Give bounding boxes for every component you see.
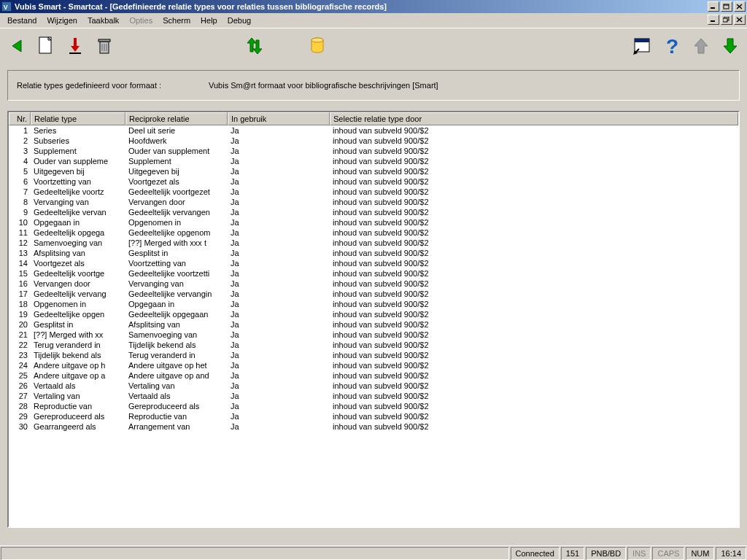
menu-bestand[interactable]: Bestand <box>3 15 41 26</box>
status-connected: Connected <box>511 547 560 560</box>
menu-scherm[interactable]: Scherm <box>158 15 195 26</box>
col-use[interactable]: In gebruik <box>228 112 330 125</box>
svg-point-26 <box>311 38 323 42</box>
table-row[interactable]: 27Vertaling vanVertaald alsJainhoud van … <box>9 391 738 401</box>
table-row[interactable]: 18Opgenomen inOpgegaan inJainhoud van su… <box>9 299 738 309</box>
cell-use: Ja <box>228 411 330 421</box>
cell-nr: 1 <box>9 125 31 136</box>
table-row[interactable]: 16Vervangen doorVervanging vanJainhoud v… <box>9 279 738 289</box>
menu-opties: Opties <box>125 15 157 26</box>
cell-type: Uitgegeven bij <box>31 166 125 176</box>
cell-sel: inhoud van subveld 900/$2 <box>330 176 519 187</box>
down-button[interactable] <box>718 34 743 58</box>
menu-taakbalk[interactable]: Taakbalk <box>83 15 123 26</box>
table-row[interactable]: 4Ouder van supplemeSupplementJainhoud va… <box>9 156 738 166</box>
col-nr[interactable]: Nr. <box>9 112 31 125</box>
child-restore-button[interactable] <box>721 15 732 25</box>
maximize-button[interactable] <box>721 1 732 12</box>
database-button[interactable] <box>305 34 330 58</box>
table-row[interactable]: 15Gedeeltelijk voortgeGedeeltelijke voor… <box>9 268 738 279</box>
cell-use: Ja <box>228 258 330 268</box>
content-area: Relatie types gedefinieerd voor formaat … <box>0 63 747 535</box>
menu-bar: Bestand Wijzigen Taakbalk Opties Scherm … <box>0 13 747 28</box>
list-body[interactable]: 1SeriesDeel uit serieJainhoud van subvel… <box>9 125 738 528</box>
menu-wijzigen[interactable]: Wijzigen <box>42 15 82 26</box>
back-button[interactable] <box>4 34 29 58</box>
col-type[interactable]: Relatie type <box>31 112 125 125</box>
cell-nr: 2 <box>9 136 31 146</box>
table-row[interactable]: 19Gedeeltelijke opgenGedeeltelijk opgega… <box>9 309 738 319</box>
cell-nr: 19 <box>9 309 31 319</box>
cell-recip: Andere uitgave op het <box>125 360 228 370</box>
table-row[interactable]: 7Gedeeltelijke voortzGedeeltelijk voortg… <box>9 187 738 197</box>
table-row[interactable]: 24Andere uitgave op hAndere uitgave op h… <box>9 360 738 370</box>
arrow-left-icon <box>7 36 27 56</box>
cell-nr: 12 <box>9 238 31 248</box>
table-row[interactable]: 14Voortgezet alsVoortzetting vanJainhoud… <box>9 258 738 268</box>
delete-button[interactable] <box>92 34 117 58</box>
cell-nr: 9 <box>9 207 31 217</box>
swap-button[interactable] <box>242 34 267 58</box>
table-row[interactable]: 25Andere uitgave op aAndere uitgave op a… <box>9 370 738 381</box>
child-close-button[interactable] <box>734 15 746 25</box>
cell-type: Afsplitsing van <box>31 248 125 258</box>
table-row[interactable]: 8Vervanging vanVervangen doorJainhoud va… <box>9 197 738 207</box>
cell-recip: Opgegaan in <box>125 299 228 309</box>
child-minimize-button[interactable] <box>708 15 719 25</box>
table-row[interactable]: 1SeriesDeel uit serieJainhoud van subvel… <box>9 125 738 136</box>
insert-button[interactable] <box>63 34 88 58</box>
svg-text:?: ? <box>666 36 678 56</box>
cell-recip: Terug veranderd in <box>125 350 228 360</box>
cell-nr: 29 <box>9 411 31 421</box>
cell-recip: Reproductie van <box>125 411 228 421</box>
table-row[interactable]: 29Gereproduceerd alsReproductie vanJainh… <box>9 411 738 421</box>
window-button[interactable] <box>630 34 655 58</box>
cell-use: Ja <box>228 289 330 299</box>
col-sel[interactable]: Selectie relatie type door <box>330 112 738 125</box>
cell-sel: inhoud van subveld 900/$2 <box>330 136 519 146</box>
table-row[interactable]: 20Gesplitst inAfsplitsing vanJainhoud va… <box>9 319 738 330</box>
relation-list[interactable]: Nr. Relatie type Reciproke relatie In ge… <box>7 111 740 528</box>
cell-sel: inhoud van subveld 900/$2 <box>330 228 519 238</box>
table-row[interactable]: 10Opgegaan inOpgenomen inJainhoud van su… <box>9 217 738 228</box>
arrow-down-red-icon <box>66 36 84 56</box>
close-button[interactable] <box>734 1 746 12</box>
app-icon: V <box>1 1 12 12</box>
table-row[interactable]: 11Gedeeltelijk opgegaGedeeltelijke opgen… <box>9 228 738 238</box>
table-row[interactable]: 21[??] Merged with xxSamenvoeging vanJai… <box>9 330 738 340</box>
new-button[interactable] <box>34 34 58 58</box>
page-icon <box>37 36 55 56</box>
table-row[interactable]: 17Gedeeltelijk vervangGedeeltelijke verv… <box>9 289 738 299</box>
database-icon <box>309 36 325 56</box>
table-row[interactable]: 22Terug veranderd inTijdelijk bekend als… <box>9 340 738 350</box>
cell-recip: Deel uit serie <box>125 125 228 136</box>
status-time: 16:14 <box>716 547 746 560</box>
minimize-button[interactable] <box>708 1 719 12</box>
cell-nr: 8 <box>9 197 31 207</box>
svg-marker-16 <box>71 46 80 52</box>
table-row[interactable]: 2SubseriesHoofdwerkJainhoud van subveld … <box>9 136 738 146</box>
table-row[interactable]: 13Afsplitsing vanGesplitst inJainhoud va… <box>9 248 738 258</box>
table-row[interactable]: 23Tijdelijk bekend alsTerug veranderd in… <box>9 350 738 360</box>
up-button[interactable] <box>689 34 713 58</box>
status-bar: Connected 151 PNB/BD INS CAPS NUM 16:14 <box>0 545 747 560</box>
help-button[interactable]: ? <box>659 34 684 58</box>
table-row[interactable]: 26Vertaald alsVertaling vanJainhoud van … <box>9 381 738 391</box>
table-row[interactable]: 12Samenvoeging van[??] Merged with xxx t… <box>9 238 738 248</box>
menu-help[interactable]: Help <box>196 15 222 26</box>
col-recip[interactable]: Reciproke relatie <box>125 112 228 125</box>
table-row[interactable]: 30Gearrangeerd alsArrangement vanJainhou… <box>9 421 738 432</box>
table-row[interactable]: 9Gedeeltelijke vervanGedeeltelijk vervan… <box>9 207 738 217</box>
cell-recip: Hoofdwerk <box>125 136 228 146</box>
table-row[interactable]: 3SupplementOuder van supplementJainhoud … <box>9 146 738 156</box>
table-row[interactable]: 6Voortzetting vanVoortgezet alsJainhoud … <box>9 176 738 187</box>
cell-recip: Afsplitsing van <box>125 319 228 330</box>
table-row[interactable]: 5Uitgegeven bijUitgegeven bijJainhoud va… <box>9 166 738 176</box>
menu-debug[interactable]: Debug <box>223 15 255 26</box>
arrow-up-disabled-icon <box>692 36 711 56</box>
svg-rect-19 <box>98 39 110 42</box>
cell-sel: inhoud van subveld 900/$2 <box>330 146 519 156</box>
cell-use: Ja <box>228 228 330 238</box>
table-row[interactable]: 28Reproductie vanGereproduceerd alsJainh… <box>9 401 738 411</box>
cell-type: Gedeeltelijke opgen <box>31 309 125 319</box>
